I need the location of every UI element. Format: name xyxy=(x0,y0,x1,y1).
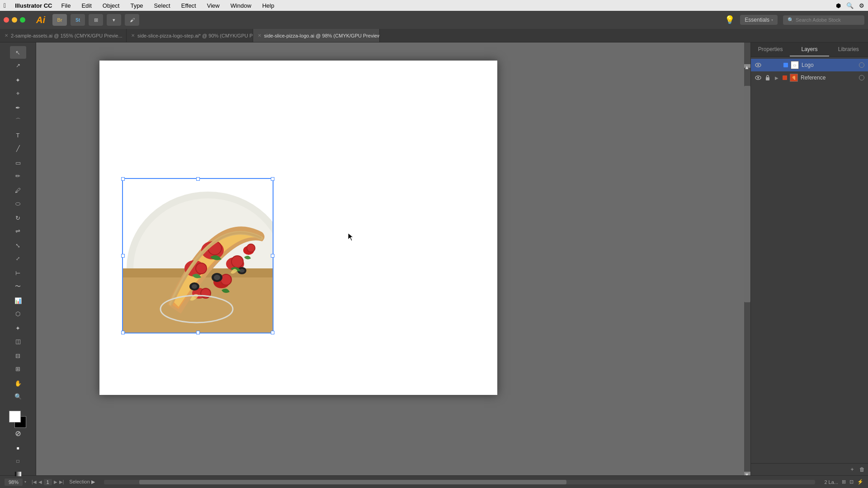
workspace-button[interactable]: Essentials ▾ xyxy=(740,15,778,25)
selection-tool[interactable]: ↖ xyxy=(10,46,26,59)
magic-wand-tool[interactable]: ✦ xyxy=(10,74,26,86)
tab-1[interactable]: ✕ 2-sample-assets.ai @ 155% (CMYK/GPU Pr… xyxy=(0,29,127,42)
artboard-prev[interactable]: ◀ xyxy=(38,479,42,484)
lasso-tool[interactable]: ⌖ xyxy=(10,87,26,99)
column-graph-tool[interactable]: 📊 xyxy=(10,294,26,307)
stroke-button[interactable]: □ xyxy=(10,455,26,467)
gpu-toggle-icon[interactable]: ⚡ xyxy=(857,479,863,485)
eyedropper-tool[interactable]: ✦ xyxy=(10,322,26,334)
tab-2[interactable]: ✕ side-slice-pizza-logo-step.ai* @ 90% (… xyxy=(127,29,253,42)
slice-tool[interactable]: ⊞ xyxy=(10,362,26,375)
layer-reference-target[interactable] xyxy=(859,75,864,80)
tab-2-close[interactable]: ✕ xyxy=(131,33,135,38)
layer-reference[interactable]: ▶ 🍕 Reference xyxy=(751,71,868,84)
maximize-button[interactable] xyxy=(20,17,25,23)
foreground-color[interactable] xyxy=(9,411,21,422)
app-name[interactable]: Illustrator CC xyxy=(15,2,52,9)
zoom-fit-icon[interactable]: ⊞ xyxy=(842,479,846,485)
canvas-area[interactable]: ▲ ▼ xyxy=(36,42,750,475)
scrollbar-top-arrow[interactable]: ▲ xyxy=(744,64,750,68)
tab-layers[interactable]: Layers xyxy=(790,42,829,56)
zoom-tool[interactable]: 🔍 xyxy=(10,390,26,403)
lightbulb-icon[interactable]: 💡 xyxy=(725,15,735,25)
rectangle-tool[interactable]: ▭ xyxy=(10,156,26,169)
menu-object[interactable]: Object xyxy=(101,1,122,10)
arrange-arrow-button[interactable]: ▾ xyxy=(107,14,121,26)
artboard-tool[interactable]: ⊟ xyxy=(10,349,26,362)
search-icon[interactable]: 🔍 xyxy=(846,2,854,9)
layer-reference-visibility[interactable] xyxy=(755,74,762,81)
tab-libraries[interactable]: Libraries xyxy=(829,42,868,56)
zoom-pixel-icon[interactable]: ⊡ xyxy=(849,479,854,485)
bridge-button[interactable]: Br xyxy=(52,14,67,26)
vertical-scrollbar[interactable]: ▲ ▼ xyxy=(744,42,750,475)
type-tool[interactable]: T xyxy=(10,129,26,141)
scroll-track-h[interactable] xyxy=(104,480,816,484)
menu-edit[interactable]: Edit xyxy=(80,1,93,10)
color-swatches[interactable] xyxy=(9,411,27,422)
curvature-tool[interactable]: ⌒ xyxy=(10,114,26,127)
stock-button[interactable]: St xyxy=(71,14,85,26)
scroll-thumb-h[interactable] xyxy=(139,480,566,484)
new-layer-button[interactable]: + xyxy=(848,465,856,474)
minimize-button[interactable] xyxy=(12,17,17,23)
scale-tool[interactable]: ⤡ xyxy=(10,239,26,252)
brush-button[interactable]: 🖌 xyxy=(125,14,139,26)
rotate-tool[interactable]: ↻ xyxy=(10,211,26,224)
gradient-swatch[interactable] xyxy=(10,468,26,480)
layer-logo-visibility[interactable] xyxy=(755,61,762,69)
width-tool[interactable]: ⊢ xyxy=(10,267,26,279)
perspective-icon: ⬡ xyxy=(15,311,20,317)
transform-tools: ↻ ⇌ xyxy=(5,211,32,237)
artboard-next[interactable]: ▶ xyxy=(54,479,57,484)
menu-select[interactable]: Select xyxy=(152,1,172,10)
fill-button[interactable]: ■ xyxy=(10,441,26,454)
tab-3[interactable]: ✕ side-slice-pizza-logo.ai @ 98% (CMYK/G… xyxy=(253,29,380,42)
pizza-image-container[interactable] xyxy=(122,178,274,333)
tool-dropdown-icon[interactable]: ▶ xyxy=(91,479,95,484)
none-color[interactable]: ⊘ xyxy=(10,427,26,440)
menu-effect[interactable]: Effect xyxy=(179,1,198,10)
menu-view[interactable]: View xyxy=(205,1,222,10)
pen-tool[interactable]: ✒ xyxy=(10,101,26,114)
scrollbar-thumb-v[interactable] xyxy=(744,86,750,302)
creative-cloud-icon[interactable]: ⬢ xyxy=(836,2,841,9)
selection-icon: ↖ xyxy=(15,50,20,56)
tab-1-close[interactable]: ✕ xyxy=(5,33,8,38)
reshape-tool[interactable]: ⤢ xyxy=(10,252,26,265)
menu-help[interactable]: Help xyxy=(260,1,276,10)
hand-tool[interactable]: ✋ xyxy=(10,377,26,389)
artboard-next-last[interactable]: ▶| xyxy=(59,479,64,484)
arrange-button[interactable]: ⊞ xyxy=(89,14,103,26)
close-button[interactable] xyxy=(4,17,9,23)
menu-file[interactable]: File xyxy=(59,1,72,10)
notification-icon[interactable]: ⚙ xyxy=(859,2,864,9)
warp-icon: 〜 xyxy=(15,283,21,289)
apple-menu[interactable]:  xyxy=(4,2,6,9)
tab-properties[interactable]: Properties xyxy=(751,42,790,56)
warp-tool[interactable]: 〜 xyxy=(10,280,26,292)
graph-icon: 📊 xyxy=(14,298,22,304)
menu-type[interactable]: Type xyxy=(128,1,145,10)
paintbrush-tool[interactable]: 🖊 xyxy=(10,184,26,197)
perspective-tool[interactable]: ⬡ xyxy=(10,307,26,320)
screen-mode-button[interactable]: ⊟ xyxy=(10,486,26,488)
artboard-number[interactable]: 1 xyxy=(44,479,52,485)
blob-brush-tool[interactable]: ⬭ xyxy=(10,197,26,210)
layer-logo[interactable]: ▭ Logo xyxy=(751,59,868,71)
zoom-dropdown-icon[interactable]: ▾ xyxy=(24,480,26,484)
stock-search[interactable]: 🔍 Search Adobe Stock xyxy=(783,15,864,25)
layer-reference-expand[interactable]: ▶ xyxy=(774,75,780,81)
line-tool[interactable]: ╱ xyxy=(10,142,26,155)
direct-selection-tool[interactable]: ↗ xyxy=(10,59,26,72)
gradient-tool[interactable]: ◫ xyxy=(10,335,26,347)
tab-3-close[interactable]: ✕ xyxy=(258,33,261,38)
layer-logo-target[interactable] xyxy=(859,62,864,68)
scrollbar-bottom-arrow[interactable]: ▼ xyxy=(744,472,750,475)
pencil-tool[interactable]: ✏ xyxy=(10,169,26,182)
artboard-prev-first[interactable]: |◀ xyxy=(32,479,37,484)
layer-reference-lock[interactable] xyxy=(764,75,771,80)
menu-window[interactable]: Window xyxy=(229,1,253,10)
reflect-tool[interactable]: ⇌ xyxy=(10,225,26,237)
delete-layer-button[interactable]: 🗑 xyxy=(858,465,866,474)
